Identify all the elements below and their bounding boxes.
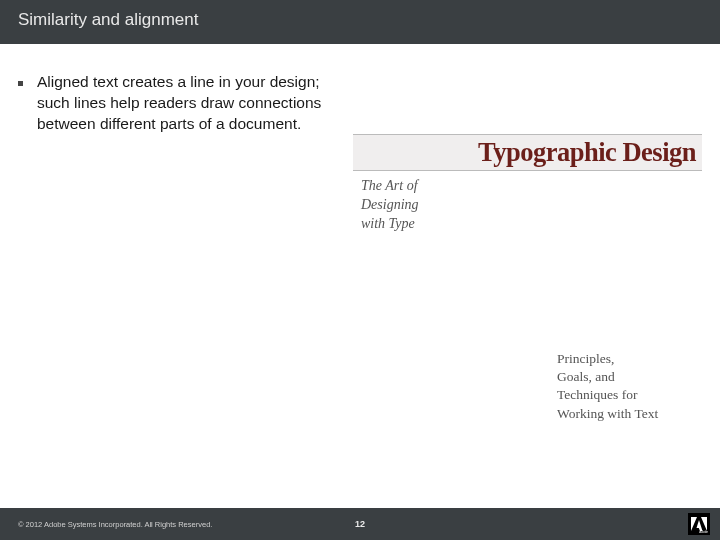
example-subtitle-line: with Type <box>361 216 415 231</box>
principles-line: Techniques for <box>557 387 637 402</box>
example-subtitle: The Art of Designing with Type <box>361 177 702 234</box>
text-column: Aligned text creates a line in your desi… <box>18 72 353 234</box>
bullet-item: Aligned text creates a line in your desi… <box>18 72 343 135</box>
example-title-block: Typographic Design <box>353 134 702 171</box>
principles-text: Principles, Goals, and Techniques for Wo… <box>557 350 702 423</box>
principles-line: Principles, <box>557 351 614 366</box>
slide-content: Aligned text creates a line in your desi… <box>0 44 720 234</box>
slide-title: Similarity and alignment <box>18 10 198 29</box>
copyright-text: © 2012 Adobe Systems Incorporated. All R… <box>0 520 688 529</box>
slide-header: Similarity and alignment <box>0 0 720 44</box>
example-subtitle-line: Designing <box>361 197 419 212</box>
page-number: 12 <box>355 519 365 529</box>
slide-footer: © 2012 Adobe Systems Incorporated. All R… <box>0 508 720 540</box>
principles-block: Principles, Goals, and Techniques for Wo… <box>557 350 702 423</box>
example-heading: Typographic Design <box>361 137 696 168</box>
adobe-logo-icon: Adobe <box>688 513 710 535</box>
principles-line: Working with Text <box>557 406 658 421</box>
example-subtitle-line: The Art of <box>361 178 418 193</box>
example-column: Typographic Design The Art of Designing … <box>353 72 702 234</box>
adobe-logo-label: Adobe <box>699 530 708 534</box>
bullet-marker <box>18 81 23 86</box>
principles-line: Goals, and <box>557 369 615 384</box>
bullet-text: Aligned text creates a line in your desi… <box>37 72 343 135</box>
